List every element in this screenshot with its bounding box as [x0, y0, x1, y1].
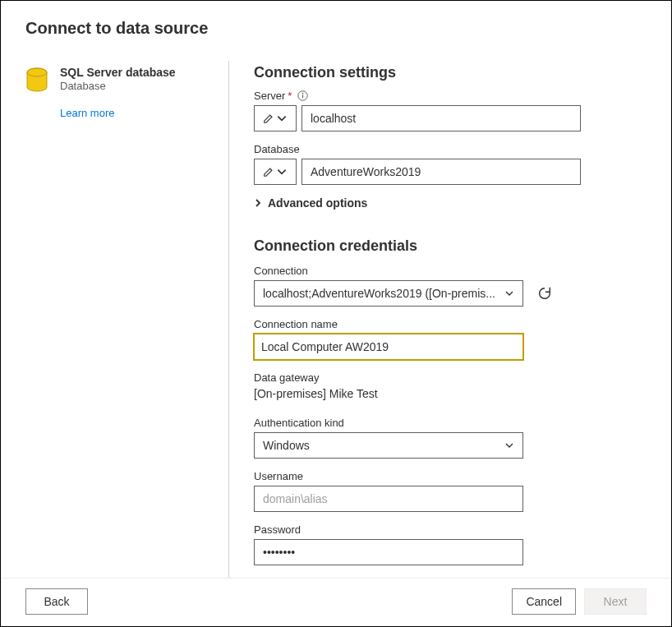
data-source-title: SQL Server database: [60, 66, 176, 79]
chevron-right-icon: [254, 198, 262, 208]
database-field: Database: [254, 143, 647, 185]
database-input[interactable]: [301, 159, 581, 185]
next-button: Next: [584, 588, 647, 615]
dialog-content: SQL Server database Database Learn more …: [1, 46, 671, 578]
database-edit-mode-button[interactable]: [254, 159, 297, 185]
chevron-down-icon: [504, 288, 514, 298]
sidebar: SQL Server database Database Learn more: [25, 61, 229, 578]
connection-label: Connection: [254, 265, 308, 277]
info-icon[interactable]: [297, 90, 308, 101]
connection-name-input[interactable]: [254, 334, 523, 360]
username-field: Username: [254, 470, 647, 512]
advanced-options-toggle[interactable]: Advanced options: [254, 196, 647, 210]
back-button[interactable]: Back: [25, 588, 88, 615]
main-panel: Connection settings Server *: [229, 61, 647, 578]
database-icon: [25, 67, 48, 94]
server-field: Server *: [254, 90, 647, 131]
username-input[interactable]: [254, 486, 523, 512]
database-label: Database: [254, 143, 300, 155]
server-input[interactable]: [301, 105, 581, 131]
refresh-button[interactable]: [535, 284, 555, 303]
auth-kind-field: Authentication kind Windows: [254, 417, 647, 459]
connection-settings-heading: Connection settings: [254, 64, 647, 81]
learn-more-link[interactable]: Learn more: [60, 107, 114, 119]
server-edit-mode-button[interactable]: [254, 105, 297, 131]
connection-name-field: Connection name: [254, 318, 647, 360]
data-gateway-field: Data gateway [On-premises] Mike Test: [254, 371, 647, 400]
chevron-down-icon: [276, 113, 288, 124]
dialog-footer: Back Cancel Next: [1, 578, 671, 626]
page-title: Connect to data source: [25, 19, 647, 38]
required-indicator: *: [288, 90, 292, 102]
password-field: Password: [254, 523, 647, 565]
server-label: Server: [254, 90, 285, 102]
data-source-subtitle: Database: [60, 80, 176, 92]
connection-field: Connection localhost;AdventureWorks2019 …: [254, 265, 647, 307]
advanced-options-label: Advanced options: [268, 196, 367, 210]
cancel-button[interactable]: Cancel: [512, 588, 576, 615]
connection-credentials-heading: Connection credentials: [254, 237, 647, 255]
auth-kind-select[interactable]: Windows: [254, 432, 523, 459]
chevron-down-icon: [504, 440, 514, 450]
username-label: Username: [254, 470, 303, 482]
connection-name-label: Connection name: [254, 318, 338, 330]
auth-kind-label: Authentication kind: [254, 417, 344, 429]
data-gateway-value: [On-premises] Mike Test: [254, 387, 647, 400]
password-input[interactable]: [254, 539, 523, 565]
connection-select-value: localhost;AdventureWorks2019 ([On-premis…: [263, 287, 495, 300]
data-source-summary: SQL Server database Database: [25, 66, 219, 94]
data-gateway-label: Data gateway: [254, 371, 320, 384]
auth-kind-value: Windows: [263, 439, 310, 452]
dialog-header: Connect to data source: [1, 1, 671, 46]
chevron-down-icon: [276, 166, 288, 177]
password-label: Password: [254, 523, 301, 536]
connection-select[interactable]: localhost;AdventureWorks2019 ([On-premis…: [254, 280, 523, 307]
svg-rect-4: [302, 95, 303, 98]
svg-point-3: [302, 93, 304, 95]
